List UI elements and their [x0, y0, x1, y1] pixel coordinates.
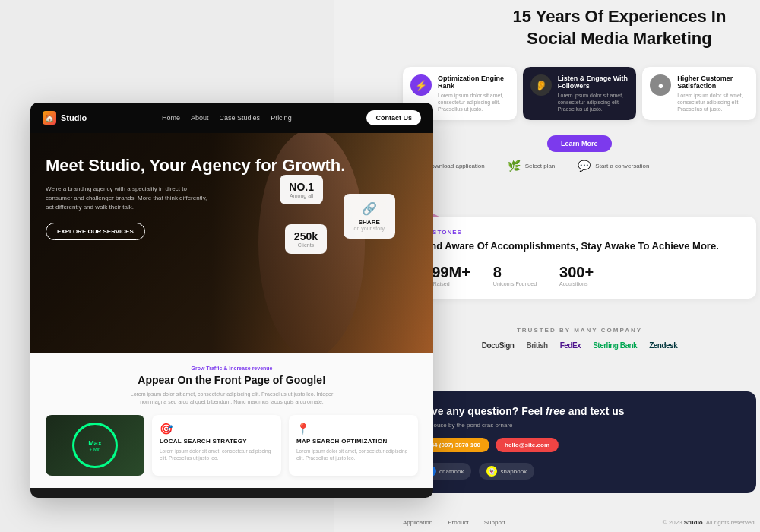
stat-acquisitions-value: 300+ — [559, 264, 594, 281]
nav-pricing[interactable]: Pricing — [271, 114, 292, 122]
website-mockup: 🏠 Studio Home About Case Studies Pricing… — [30, 103, 433, 498]
footer-application[interactable]: Application — [403, 519, 432, 526]
stats-title: Stand Aware Of Accomplishments, Stay Awa… — [415, 240, 744, 253]
share-label: SHARE — [354, 219, 385, 226]
feature-card-satisfaction: ● Higher Customer Satisfaction Lorem ips… — [642, 67, 756, 120]
no1-card: NO.1 Among all — [280, 175, 323, 204]
local-search-title: LOCAL SEARCH STRATEGY — [160, 438, 274, 445]
stats-section: MILESTONES Stand Aware Of Accomplishment… — [403, 217, 756, 299]
mockup-nav-links: Home About Case Studies Pricing — [162, 114, 292, 122]
hero-headline-text: 15 Years Of Experiences In Social Media … — [486, 6, 752, 49]
zendesk-logo: Zendesk — [649, 341, 677, 350]
stat-unicorns-label: Unicorns Founded — [493, 281, 537, 287]
mockup-contact-btn[interactable]: Contact Us — [366, 110, 421, 125]
no1-label: Among all — [289, 193, 314, 198]
hero-title: Meet Studio, Your Agency for Growth. — [46, 156, 418, 176]
circle-label: Max — [88, 439, 102, 447]
clients-label: Clients — [294, 242, 318, 248]
seo-cards: Max + Min 🎯 LOCAL SEARCH STRATEGY Lorem … — [46, 415, 418, 476]
step-conversation: 💬 Start a conversation — [578, 160, 649, 172]
footer-bar: Application Product Support © 2023 Studi… — [403, 513, 756, 532]
facebook-label: chatbook — [439, 468, 464, 475]
stats-label: MILESTONES — [415, 229, 744, 236]
followers-icon: 👂 — [530, 74, 552, 96]
stat-unicorns: 8 Unicorns Founded — [493, 264, 537, 287]
map-search-desc: Lorem ipsum dolor sit amet, consectetur … — [296, 448, 410, 461]
plan-icon: 🌿 — [508, 160, 521, 172]
british-logo: British — [526, 341, 547, 350]
snapchat-badge: 👻 snapbook — [479, 463, 534, 480]
local-search-card: 🎯 LOCAL SEARCH STRATEGY Lorem ipsum dolo… — [152, 415, 281, 476]
map-search-icon: 📍 — [296, 423, 410, 435]
seo-description: Lorem ipsum dolor sit amet, consectetur … — [125, 391, 338, 406]
convo-label: Start a conversation — [595, 163, 649, 169]
no1-value: NO.1 — [289, 181, 314, 193]
share-card: 🔗 SHARE on your story — [344, 194, 395, 239]
stat-unicorns-value: 8 — [493, 264, 537, 281]
footer-support[interactable]: Support — [484, 519, 505, 526]
nav-about[interactable]: About — [191, 114, 209, 122]
satisfaction-icon: ● — [650, 74, 671, 96]
followers-title: Listen & Engage With Followers — [558, 74, 629, 90]
optimization-desc: Lorem ipsum dolor sit amet, consectetur … — [438, 92, 509, 112]
fedex-logo: FedEx — [560, 341, 581, 350]
map-search-title: MAP SEARCH OPTIMIZATION — [296, 438, 410, 445]
contact-section: Have any question? Feel free and text us… — [403, 391, 756, 493]
trusted-section: TRUSTED BY MANY COMPANY DocuSign British… — [403, 327, 756, 350]
satisfaction-desc: Lorem ipsum dolor sit amet, consectetur … — [677, 92, 749, 112]
nav-case-studies[interactable]: Case Studies — [220, 114, 261, 122]
logo-text: Studio — [61, 113, 87, 122]
company-logos: DocuSign British FedEx Sterling Bank Zen… — [403, 341, 756, 350]
footer-product[interactable]: Product — [448, 519, 469, 526]
learn-more-button[interactable]: Learn More — [547, 135, 612, 152]
followers-desc: Lorem ipsum dolor sit amet, consectetur … — [558, 92, 629, 112]
followers-text: Listen & Engage With Followers Lorem ips… — [558, 74, 629, 112]
docusign-logo: DocuSign — [482, 341, 515, 350]
plan-label: Select plan — [525, 163, 556, 169]
snapchat-label: snapbook — [500, 468, 527, 475]
optimization-title: Optimization Engine Rank — [438, 74, 509, 90]
hero-description: We're a branding agency with a specialit… — [46, 185, 213, 212]
feature-card-followers: 👂 Listen & Engage With Followers Lorem i… — [523, 67, 637, 120]
satisfaction-title: Higher Customer Satisfaction — [677, 74, 749, 90]
download-label: download application — [428, 163, 485, 169]
trusted-label: TRUSTED BY MANY COMPANY — [403, 327, 756, 334]
optimization-icon: ⚡ — [410, 74, 432, 96]
hero-headline-section: 15 Years Of Experiences In Social Media … — [486, 6, 752, 49]
satisfaction-text: Higher Customer Satisfaction Lorem ipsum… — [677, 74, 749, 112]
nav-home[interactable]: Home — [162, 114, 180, 122]
feature-cards-row: ⚡ Optimization Engine Rank Lorem ipsum d… — [403, 67, 756, 120]
explore-button[interactable]: EXPLORE OUR SERVICES — [46, 223, 145, 240]
stats-numbers: $699M+ Capital Raised 8 Unicorns Founded… — [415, 264, 744, 287]
seo-title: Appear On the Front Page of Google! — [46, 374, 418, 386]
sterling-logo: Sterling Bank — [593, 341, 637, 350]
map-search-card: 📍 MAP SEARCH OPTIMIZATION Lorem ipsum do… — [289, 415, 418, 476]
local-search-desc: Lorem ipsum dolor sit amet, consectetur … — [160, 448, 274, 461]
footer-links: Application Product Support — [403, 519, 505, 526]
steps-row: 👤 download application 🌿 Select plan 💬 S… — [410, 160, 745, 172]
mockup-hero: Meet Studio, Your Agency for Growth. We'… — [30, 133, 433, 353]
email-button[interactable]: hello@site.com — [496, 438, 559, 452]
clients-value: 250k — [294, 230, 318, 242]
step-plan: 🌿 Select plan — [508, 160, 556, 172]
footer-copy: © 2023 Studio. All rights reserved. — [663, 519, 756, 526]
mockup-logo: 🏠 Studio — [43, 111, 87, 125]
optimization-text: Optimization Engine Rank Lorem ipsum dol… — [438, 74, 509, 112]
seo-section: Grow Traffic & Increase revenue Appear O… — [30, 353, 433, 488]
stat-acquisitions-label: Acquisitions — [559, 281, 594, 287]
circle-animation: Max + Min — [72, 423, 118, 468]
clients-card: 250k Clients — [285, 224, 327, 254]
stat-acquisitions: 300+ Acquisitions — [559, 264, 594, 287]
contact-subtitle: The house by the pond cras ornare — [418, 422, 741, 429]
contact-buttons: +44 (097) 3878 100 hello@site.com — [418, 438, 741, 452]
mockup-navbar: 🏠 Studio Home About Case Studies Pricing… — [30, 103, 433, 133]
logo-icon: 🏠 — [43, 111, 56, 125]
seo-tag: Grow Traffic & Increase revenue — [46, 366, 418, 371]
snapchat-icon: 👻 — [486, 466, 497, 477]
convo-icon: 💬 — [578, 160, 591, 172]
contact-title: Have any question? Feel free and text us — [418, 405, 741, 417]
circle-sub: + Min — [90, 447, 101, 451]
share-icon: 🔗 — [354, 201, 385, 216]
share-sub: on your story — [354, 226, 385, 231]
seo-visual: Max + Min — [46, 415, 144, 476]
